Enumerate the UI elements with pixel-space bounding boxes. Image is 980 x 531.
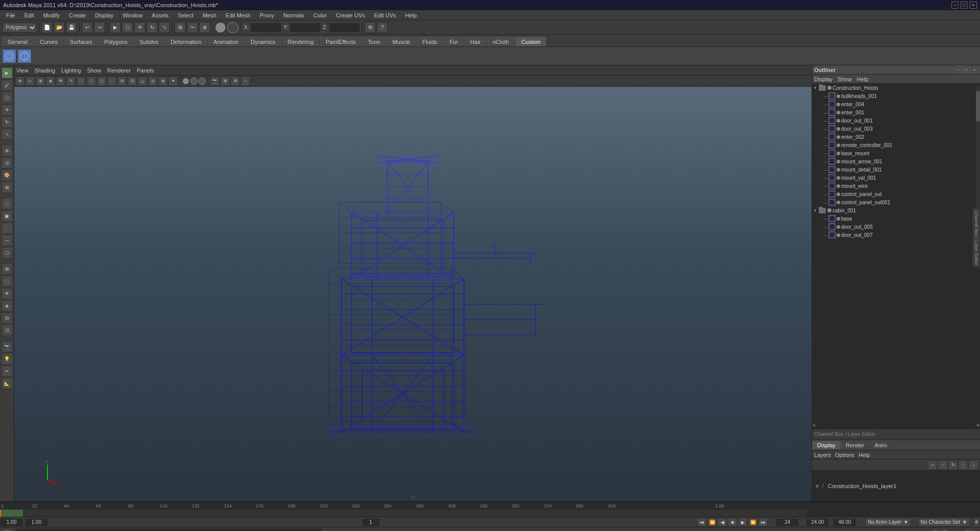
- prev-frame-btn[interactable]: ⏪: [707, 518, 717, 526]
- current-frame-field[interactable]: 1.00: [25, 518, 48, 526]
- vp-icon-15[interactable]: ⊞: [220, 77, 230, 86]
- ol-item-door003[interactable]: — door_out_003: [812, 125, 980, 133]
- ol-menu-show[interactable]: Show: [838, 76, 852, 82]
- maximize-btn[interactable]: □: [961, 2, 968, 9]
- snap-grid[interactable]: ⊞: [175, 22, 186, 33]
- vp-icon-light2[interactable]: [190, 78, 198, 85]
- tab-animation[interactable]: Animation: [208, 37, 244, 46]
- paint-btn[interactable]: 🖊: [2, 80, 13, 91]
- layer-menu-help[interactable]: Help: [859, 452, 870, 458]
- layer-tab-display[interactable]: Display: [812, 441, 841, 449]
- layer-refresh[interactable]: ↻: [948, 461, 958, 470]
- layer-up[interactable]: ↑: [959, 461, 968, 470]
- vp-icon-1[interactable]: ⊕: [15, 77, 24, 86]
- vp-menu-lighting[interactable]: Lighting: [61, 67, 81, 74]
- frame-marker-field[interactable]: 1: [362, 518, 380, 526]
- ol-item-enter001[interactable]: — enter_001: [812, 108, 980, 116]
- vp-icon-6[interactable]: ✎: [66, 77, 76, 86]
- vp-menu-panels[interactable]: Panels: [137, 67, 154, 74]
- outliner-maximize[interactable]: □: [963, 66, 970, 74]
- scroll-left[interactable]: ◀: [812, 423, 815, 428]
- obj-select[interactable]: ▣: [2, 210, 13, 222]
- tab-fur[interactable]: Fur: [444, 37, 464, 46]
- tab-polygons[interactable]: Polygons: [99, 37, 133, 46]
- settings-btn[interactable]: ⚙: [364, 22, 376, 33]
- menu-file[interactable]: File: [2, 11, 19, 19]
- region-select[interactable]: □: [2, 198, 13, 209]
- vp-menu-renderer[interactable]: Renderer: [107, 67, 131, 74]
- ol-item-control-panel-001[interactable]: — control_panel_out001: [812, 198, 980, 206]
- tab-dynamics[interactable]: Dynamics: [245, 37, 281, 46]
- vp-icon-light3[interactable]: [199, 78, 206, 85]
- title-bar-controls[interactable]: − □ ×: [951, 2, 977, 9]
- vp-icon-9[interactable]: ⊟: [117, 77, 127, 86]
- mode-select[interactable]: Polygons: [2, 22, 37, 33]
- outliner-content[interactable]: ▼ Construction_Hoists — bullkheads_001 —…: [812, 84, 980, 422]
- ol-item-door005[interactable]: — door_out_005: [812, 223, 980, 231]
- attribute-editor-tab[interactable]: Channel Box / Layer Editor: [972, 208, 980, 268]
- ipr-btn[interactable]: [227, 22, 238, 33]
- vp-icon-2[interactable]: ▷: [26, 77, 35, 86]
- tab-ncloth[interactable]: nCloth: [487, 37, 515, 46]
- mel-command-input[interactable]: [16, 528, 322, 532]
- minimize-btn[interactable]: −: [951, 2, 959, 9]
- menu-edit-mesh[interactable]: Edit Mesh: [222, 11, 255, 19]
- vp-menu-show[interactable]: Show: [87, 67, 102, 74]
- rotate-tool[interactable]: ↻: [146, 22, 158, 33]
- outliner-minimize[interactable]: −: [954, 66, 962, 74]
- layer-new[interactable]: +: [928, 461, 937, 470]
- snap-point[interactable]: ⊕: [199, 22, 210, 33]
- ol-item-mount-arrow[interactable]: — mount_arrow_001: [812, 157, 980, 165]
- goto-start-btn[interactable]: ⏮: [697, 518, 706, 526]
- select-tool[interactable]: ▶: [110, 22, 121, 33]
- expand-icon-1[interactable]: ▼: [812, 84, 818, 92]
- help-btn[interactable]: ?: [377, 22, 388, 33]
- menu-create-uvs[interactable]: Create UVs: [332, 11, 369, 19]
- total-end-field[interactable]: 24.00: [806, 518, 829, 526]
- ol-item-base-mount[interactable]: — base_mount: [812, 149, 980, 157]
- redo-btn[interactable]: ↪: [94, 22, 105, 33]
- next-frame-btn[interactable]: ⏩: [748, 518, 757, 526]
- total-end2-field[interactable]: 48.00: [833, 518, 856, 526]
- anim-end-field[interactable]: 24: [776, 518, 799, 526]
- close-btn[interactable]: ×: [970, 2, 977, 9]
- y-field[interactable]: [290, 23, 321, 32]
- stop-btn[interactable]: ■: [728, 518, 737, 526]
- outliner-h-scroll[interactable]: ◀ ▶: [812, 422, 980, 428]
- shelf-icon-1[interactable]: [2, 49, 16, 63]
- menu-create[interactable]: Create: [65, 11, 90, 19]
- outliner-close[interactable]: ×: [971, 66, 978, 74]
- lasso-tool[interactable]: ⬡: [122, 22, 133, 33]
- expand-icon-cabin[interactable]: ▼: [812, 206, 818, 214]
- move-lt-btn[interactable]: ✛: [2, 104, 13, 115]
- vp-icon-13[interactable]: ⊕: [158, 77, 167, 86]
- select-btn[interactable]: ▶: [2, 67, 13, 79]
- viewport-canvas[interactable]: Y X 00: [14, 87, 812, 501]
- vp-icon-cam[interactable]: 📷: [210, 77, 219, 86]
- vp-icon-16[interactable]: ⚙: [231, 77, 240, 86]
- ol-item-bullkheads[interactable]: — bullkheads_001: [812, 92, 980, 100]
- vp-icon-wire[interactable]: ◻: [97, 77, 106, 86]
- vp-icon-17[interactable]: ↔: [241, 77, 250, 86]
- vp-icon-12[interactable]: ◎: [148, 77, 157, 86]
- ol-item-base[interactable]: — base: [812, 214, 980, 223]
- undo-btn[interactable]: ↩: [82, 22, 93, 33]
- ol-item-mount-wire[interactable]: — mount_wire: [812, 182, 980, 190]
- save-btn[interactable]: 💾: [66, 22, 77, 33]
- render-btn[interactable]: [215, 22, 226, 33]
- paint-effects-btn[interactable]: ✏: [2, 366, 13, 377]
- ol-item-enter004[interactable]: — enter_004: [812, 100, 980, 108]
- menu-mesh[interactable]: Mesh: [199, 11, 220, 19]
- start-frame-field[interactable]: 1.00: [0, 518, 23, 526]
- vp-icon-4[interactable]: ◈: [46, 77, 55, 86]
- light-btn[interactable]: 💡: [2, 353, 13, 365]
- quick-layout[interactable]: ⊡: [2, 325, 13, 336]
- tab-subdivs[interactable]: Subdvs: [134, 37, 164, 46]
- shelf-icon-2[interactable]: [17, 49, 32, 63]
- layer-vis-toggle[interactable]: V: [814, 483, 820, 489]
- menu-edit[interactable]: Edit: [20, 11, 38, 19]
- menu-assets[interactable]: Assets: [148, 11, 173, 19]
- tab-painteffects[interactable]: PaintEffects: [320, 37, 361, 46]
- isolate-select[interactable]: 👁: [2, 288, 13, 299]
- no-character-set-dropdown[interactable]: No Character Set ▼: [918, 518, 970, 526]
